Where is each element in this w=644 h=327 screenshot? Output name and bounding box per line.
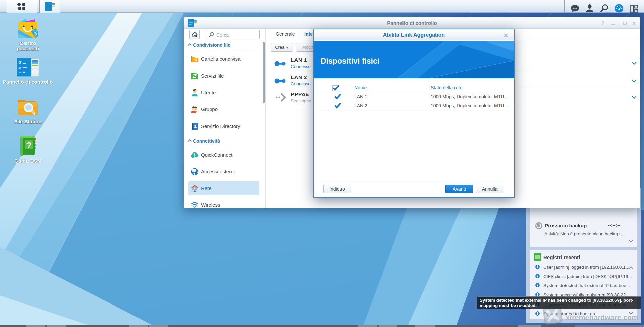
svg-text:?: ? (26, 140, 32, 150)
svg-text:xtremehardware.com: xtremehardware.com (566, 314, 638, 322)
